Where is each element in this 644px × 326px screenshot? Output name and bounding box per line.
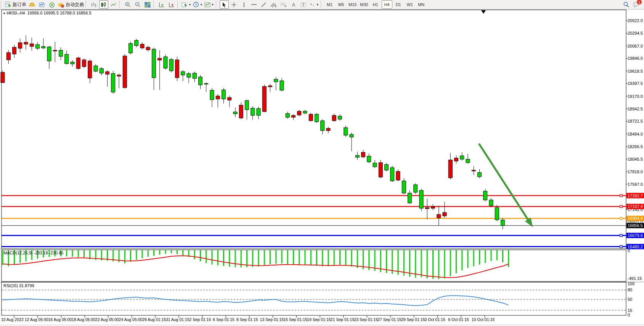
dropdown-arrow-icon: ▼: [188, 3, 191, 6]
svg-text:10 Oct 01:15: 10 Oct 01:15: [472, 317, 495, 322]
chart-title-text: HK50-,H4 16956.0 16995.5 16788.0 16856.5: [6, 11, 92, 15]
level-line-handle: [620, 234, 622, 237]
horizontal-line-icon: [251, 2, 257, 7]
svg-text:20294.5: 20294.5: [628, 31, 643, 35]
svg-text:17818.0: 17818.0: [628, 169, 643, 174]
svg-text:80: 80: [628, 288, 632, 292]
text-icon: A: [291, 2, 296, 8]
text-tool-button[interactable]: A: [289, 0, 298, 9]
level-price-label: 16984.4: [628, 216, 643, 221]
trendline-tool-button[interactable]: [259, 0, 268, 9]
level-line-handle: [620, 205, 622, 208]
toolbar-separator: [85, 1, 88, 8]
svg-text:19170.0: 19170.0: [628, 94, 643, 99]
toolbar-separator: [177, 1, 180, 8]
fibonacci-icon: F: [280, 2, 287, 8]
arrows-icon: [309, 2, 315, 8]
timeframe-button-MN[interactable]: MN: [416, 0, 427, 9]
candlestick-chart-icon: [101, 2, 107, 8]
cursor-tool-button[interactable]: [220, 0, 229, 9]
svg-text:22 Aug 05:00: 22 Aug 05:00: [95, 317, 119, 322]
periods-button[interactable]: ▼: [193, 0, 203, 9]
crosshair-icon: [231, 2, 237, 8]
svg-text:15: 15: [628, 308, 632, 313]
level-price-label: 16856.5: [628, 223, 643, 228]
main-toolbar: 新订单 自动交易: [0, 0, 644, 10]
toolbar-separator: [1, 1, 3, 8]
svg-text:T: T: [302, 3, 304, 7]
auto-scroll-icon: [159, 2, 165, 8]
auto-scroll-button[interactable]: [157, 0, 166, 9]
svg-text:E: E: [275, 5, 277, 8]
toolbar-separator: [321, 1, 323, 8]
trendline-icon: [261, 2, 267, 8]
notifications-button[interactable]: 1: [631, 0, 641, 9]
svg-text:20522.0: 20522.0: [628, 18, 643, 23]
zoom-in-button[interactable]: [123, 0, 132, 9]
vertical-line-tool-button[interactable]: [239, 0, 249, 9]
svg-text:A: A: [292, 2, 295, 8]
level-price-label: 17392.7: [628, 193, 643, 198]
svg-text:6 Oct 01:15: 6 Oct 01:15: [448, 317, 469, 322]
level-line-handle: [620, 195, 622, 197]
svg-text:24 Aug 05:00: 24 Aug 05:00: [119, 317, 143, 322]
svg-text:18721.5: 18721.5: [628, 119, 643, 123]
new-chart-button[interactable]: ▼: [181, 0, 192, 9]
text-label-tool-button[interactable]: T: [299, 0, 308, 9]
clock-icon: [193, 2, 199, 8]
timeframe-button-M1[interactable]: M1: [324, 0, 335, 9]
timeframe-button-M15[interactable]: M15: [347, 0, 358, 9]
svg-text:19618.5: 19618.5: [628, 69, 643, 74]
timeframe-button-H4[interactable]: H4: [382, 0, 392, 9]
window-bottom-edge: [0, 324, 644, 326]
svg-text:-491.15: -491.15: [628, 276, 642, 281]
svg-text:13 Sep 01:15: 13 Sep 01:15: [260, 317, 284, 322]
channel-tool-button[interactable]: E: [269, 0, 278, 9]
auto-trading-label: 自动交易: [66, 2, 84, 8]
template-icon: [204, 2, 210, 8]
timeframe-group: M1M5M15M30H1H4D1W1MN: [324, 0, 427, 9]
svg-text:18494.0: 18494.0: [628, 132, 643, 136]
candlestick-chart-button[interactable]: [99, 0, 108, 9]
line-chart-icon: [111, 2, 117, 8]
svg-text:29 Aug 01:15: 29 Aug 01:15: [142, 317, 166, 322]
svg-text:0: 0: [628, 313, 630, 317]
level-price-label: 16679.6: [628, 233, 643, 238]
auto-trading-button[interactable]: 自动交易: [57, 0, 84, 9]
chart-shift-icon: [169, 2, 175, 8]
horizontal-line-tool-button[interactable]: [249, 0, 259, 9]
timeframe-button-D1[interactable]: D1: [393, 0, 404, 9]
svg-text:50: 50: [628, 297, 632, 302]
tile-windows-button[interactable]: [143, 0, 152, 9]
fibonacci-tool-button[interactable]: F: [279, 0, 288, 9]
bar-chart-button[interactable]: [89, 0, 98, 9]
new-order-label: 新订单: [13, 2, 26, 8]
chart-shift-button[interactable]: [167, 0, 176, 9]
timeframe-button-W1[interactable]: W1: [405, 0, 415, 9]
bar-chart-icon: [91, 2, 97, 8]
crosshair-tool-button[interactable]: [230, 0, 239, 9]
gold-bar-button[interactable]: [27, 0, 37, 9]
zoom-in-icon: [125, 2, 131, 8]
zoom-out-button[interactable]: [133, 0, 142, 9]
new-order-button[interactable]: 新订单: [5, 0, 27, 9]
toolbar-separator: [216, 1, 218, 8]
svg-text:19846.0: 19846.0: [628, 56, 643, 61]
svg-text:10 Aug 2022: 10 Aug 2022: [1, 317, 24, 322]
search-button[interactable]: [622, 0, 631, 9]
svg-text:18942.5: 18942.5: [628, 107, 643, 111]
arrows-tool-button[interactable]: ▼: [309, 0, 320, 9]
timeframe-button-H1[interactable]: H1: [370, 0, 381, 9]
new-order-icon: [5, 2, 11, 8]
svg-text:18 Aug 05:00: 18 Aug 05:00: [72, 317, 95, 322]
chart-dropdown-icon[interactable]: ▼: [3, 12, 6, 15]
line-chart-button[interactable]: [109, 0, 118, 9]
timeframe-button-M5[interactable]: M5: [336, 0, 347, 9]
templates-button[interactable]: ▼: [204, 0, 215, 9]
timeframe-button-M30[interactable]: M30: [359, 0, 369, 9]
svg-text:27 Sep 01:15: 27 Sep 01:15: [377, 317, 401, 322]
signal-button[interactable]: [47, 0, 56, 9]
tile-windows-icon: [145, 2, 151, 8]
level-line-handle: [620, 217, 622, 219]
market-watch-button[interactable]: [37, 0, 47, 9]
